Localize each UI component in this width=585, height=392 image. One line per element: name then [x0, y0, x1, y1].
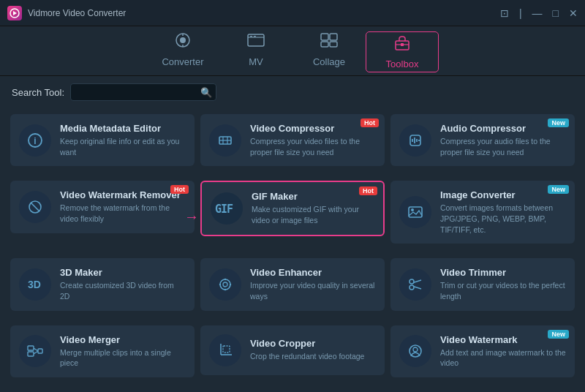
app-icon [7, 6, 22, 20]
audio-compressor-icon [399, 124, 431, 157]
highlight-arrow: → [184, 208, 199, 225]
image-converter-desc: Convert images formats between JPG/JPEG,… [440, 203, 566, 235]
tab-converter[interactable]: Converter [146, 29, 219, 75]
image-converter-icon [399, 196, 431, 228]
video-watermark-badge: New [548, 330, 569, 339]
converter-icon [173, 32, 192, 53]
tab-collage[interactable]: Collage [292, 29, 366, 75]
gif-maker-desc: Make customized GIF with your video or i… [252, 204, 374, 225]
tool-card-video-trimmer[interactable]: Video TrimmerTrim or cut your videos to … [390, 258, 575, 310]
tool-card-video-enhancer[interactable]: Video EnhancerImprove your video quality… [200, 258, 385, 310]
tool-card-3d-maker[interactable]: 3D3D MakerCreate customized 3D video fro… [10, 258, 195, 310]
image-converter-name: Image Converter [440, 189, 566, 200]
svg-text:i: i [34, 136, 36, 146]
svg-rect-16 [401, 43, 404, 46]
svg-point-37 [230, 284, 231, 285]
3d-maker-name: 3D Maker [60, 267, 186, 278]
svg-point-38 [224, 279, 226, 280]
svg-point-35 [223, 282, 227, 287]
toolbox-icon [393, 35, 412, 56]
video-watermark-icon [399, 335, 431, 367]
svg-rect-48 [38, 349, 42, 353]
video-compressor-desc: Compress your video files to the proper … [250, 136, 376, 157]
close-btn[interactable]: ✕ [569, 7, 578, 19]
app-title: Vidmore Video Converter [28, 8, 126, 18]
tool-card-media-metadata-editor[interactable]: iMedia Metadata EditorKeep original file… [10, 114, 195, 166]
svg-point-39 [224, 289, 226, 290]
tab-toolbox-label: Toolbox [386, 59, 419, 69]
svg-rect-13 [330, 42, 337, 47]
tool-card-video-watermark-remover[interactable]: Video Watermark RemoverRemove the waterm… [10, 181, 195, 233]
video-cropper-icon [209, 334, 241, 366]
video-enhancer-desc: Improve your video quality in several wa… [250, 280, 376, 301]
gif-maker-badge: Hot [359, 186, 377, 195]
video-enhancer-icon [209, 268, 241, 301]
tab-collage-label: Collage [313, 56, 345, 67]
svg-line-29 [31, 203, 39, 211]
image-converter-badge: New [548, 185, 569, 194]
video-trimmer-name: Video Trimmer [440, 267, 566, 278]
minimize-btn[interactable]: — [532, 7, 543, 19]
svg-rect-10 [321, 34, 328, 40]
video-watermark-remover-desc: Remove the watermark from the video flex… [60, 203, 186, 224]
tab-mv-label: MV [249, 56, 263, 67]
video-merger-desc: Merge multiple clips into a single piece [60, 347, 186, 369]
caption-btn[interactable]: ⊡ [500, 7, 509, 19]
tool-card-gif-maker[interactable]: GIFGIF MakerMake customized GIF with you… [200, 181, 385, 235]
media-metadata-editor-icon: i [19, 124, 51, 157]
video-watermark-remover-icon [19, 191, 51, 223]
svg-point-40 [410, 279, 414, 284]
tool-card-video-watermark[interactable]: Video WatermarkAdd text and image waterm… [390, 325, 575, 377]
video-watermark-remover-name: Video Watermark Remover [60, 189, 186, 200]
gif-maker-icon: GIF [211, 192, 243, 225]
svg-point-32 [411, 208, 414, 211]
tool-card-video-compressor[interactable]: Video CompressorCompress your video file… [200, 114, 385, 166]
nav-bar: Converter MV Collage [0, 26, 585, 76]
tab-converter-label: Converter [162, 56, 203, 67]
svg-rect-45 [28, 352, 34, 356]
svg-text:3D: 3D [28, 279, 41, 290]
tools-grid: iMedia Metadata EditorKeep original file… [0, 108, 585, 392]
video-trimmer-icon [399, 268, 431, 301]
title-bar: Vidmore Video Converter ⊡ | — □ ✕ [0, 0, 585, 26]
video-watermark-name: Video Watermark [440, 334, 566, 345]
svg-point-36 [219, 284, 221, 285]
svg-line-46 [34, 348, 38, 351]
svg-text:GIF: GIF [215, 203, 233, 216]
audio-compressor-badge: New [548, 118, 569, 127]
svg-point-53 [413, 347, 418, 352]
tool-card-audio-compressor[interactable]: Audio CompressorCompress your audio file… [390, 114, 575, 166]
tool-card-video-merger[interactable]: Video MergerMerge multiple clips into a … [10, 325, 195, 377]
tool-card-image-converter[interactable]: Image ConverterConvert images formats be… [390, 181, 575, 244]
media-metadata-editor-name: Media Metadata Editor [60, 123, 186, 134]
video-watermark-remover-badge: Hot [170, 185, 189, 194]
gif-maker-name: GIF Maker [252, 191, 374, 202]
svg-point-41 [410, 285, 414, 290]
svg-line-47 [34, 351, 38, 354]
svg-rect-11 [330, 34, 337, 40]
video-compressor-badge: Hot [361, 118, 379, 127]
tab-mv[interactable]: MV [219, 29, 292, 75]
tool-card-video-cropper[interactable]: Video CropperCrop the redundant video fo… [200, 325, 385, 375]
search-label: Search Tool: [12, 87, 64, 98]
svg-rect-51 [223, 346, 230, 353]
video-compressor-name: Video Compressor [250, 123, 376, 134]
svg-point-34 [220, 279, 230, 290]
search-input-wrap: 🔍 [70, 83, 216, 101]
search-input[interactable] [70, 83, 216, 101]
video-enhancer-name: Video Enhancer [250, 267, 376, 278]
search-bar: Search Tool: 🔍 [0, 76, 585, 108]
tab-toolbox[interactable]: Toolbox [366, 31, 439, 72]
video-cropper-name: Video Cropper [250, 338, 376, 349]
video-watermark-desc: Add text and image watermark to the vide… [440, 347, 566, 369]
svg-rect-8 [250, 36, 252, 37]
svg-rect-12 [321, 42, 328, 47]
svg-rect-44 [28, 346, 34, 350]
mv-icon [246, 32, 265, 53]
video-trimmer-desc: Trim or cut your videos to the perfect l… [440, 280, 566, 301]
restore-btn[interactable]: □ [553, 7, 559, 19]
title-bar-left: Vidmore Video Converter [7, 6, 126, 20]
3d-maker-desc: Create customized 3D video from 2D [60, 280, 186, 301]
search-icon[interactable]: 🔍 [200, 87, 212, 98]
media-metadata-editor-desc: Keep original file info or edit as you w… [60, 136, 186, 157]
